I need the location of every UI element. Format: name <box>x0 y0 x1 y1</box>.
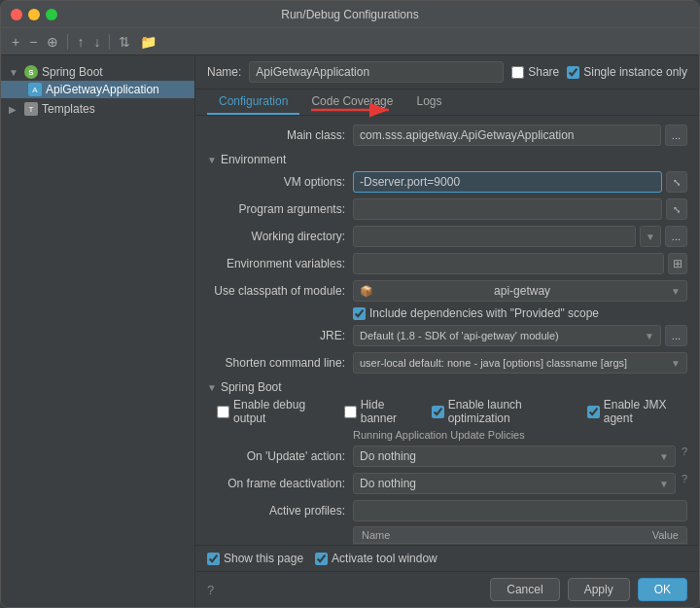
on-frame-help-icon[interactable]: ? <box>682 473 687 494</box>
toolbar-separator-2 <box>109 34 110 50</box>
sidebar-item-spring-boot[interactable]: ▼ S Spring Boot <box>1 63 194 81</box>
environment-section-header[interactable]: ▼ Environment <box>207 153 687 166</box>
spring-boot-expand-icon: ▼ <box>207 382 217 393</box>
tab-logs[interactable]: Logs <box>404 89 453 115</box>
help-button[interactable]: ? <box>207 583 214 597</box>
folder-button[interactable]: 📁 <box>137 32 159 52</box>
working-dir-dropdown[interactable]: ▼ <box>640 226 661 247</box>
jre-label: JRE: <box>207 329 353 342</box>
include-deps-label: Include dependencies with "Provided" sco… <box>369 306 599 320</box>
minimize-button[interactable] <box>28 9 40 20</box>
maximize-button[interactable] <box>46 9 57 20</box>
enable-launch-label[interactable]: Enable launch optimization <box>432 398 572 425</box>
sort-button[interactable]: ⇅ <box>116 32 133 52</box>
vm-options-input-wrap: ⤡ <box>353 171 687 193</box>
name-col: Name <box>362 529 520 541</box>
shorten-cmd-dropdown[interactable]: user-local default: none - java [options… <box>353 352 687 374</box>
use-classpath-label: Use classpath of module: <box>207 284 353 298</box>
vm-options-expand-btn[interactable]: ⤡ <box>666 171 687 193</box>
main-class-input[interactable] <box>353 125 661 146</box>
hide-banner-checkbox[interactable] <box>344 406 357 418</box>
program-args-input[interactable] <box>353 198 662 220</box>
main-class-label: Main class: <box>207 128 353 142</box>
show-page-checkbox[interactable] <box>207 553 220 565</box>
spring-boot-group: ▼ S Spring Boot A ApiGetwayApplication <box>1 61 194 100</box>
on-update-arrow: ▼ <box>659 451 669 462</box>
include-deps-row: Include dependencies with "Provided" sco… <box>353 306 687 320</box>
single-instance-checkbox[interactable] <box>567 66 579 79</box>
shorten-cmd-dropdown-wrap: user-local default: none - java [options… <box>353 352 687 374</box>
working-dir-input[interactable] <box>353 226 636 247</box>
on-update-help-icon[interactable]: ? <box>682 446 687 467</box>
activate-tool-label: Activate tool window <box>332 552 438 565</box>
remove-config-button[interactable]: − <box>26 32 40 52</box>
working-dir-label: Working directory: <box>207 230 353 243</box>
apply-button[interactable]: Apply <box>568 578 630 601</box>
sidebar-item-app[interactable]: A ApiGetwayApplication <box>1 81 194 98</box>
vm-options-input[interactable] <box>353 171 662 193</box>
enable-jmx-checkbox[interactable] <box>587 406 600 418</box>
config-panel: Main class: ... ▼ Environment VM options… <box>195 116 699 545</box>
working-dir-browse-btn[interactable]: ... <box>665 226 687 247</box>
enable-debug-text: Enable debug output <box>233 398 329 425</box>
main-class-browse-btn[interactable]: ... <box>665 125 687 146</box>
sidebar-templates-label: Templates <box>42 102 95 116</box>
close-button[interactable] <box>11 9 22 20</box>
program-args-expand-btn[interactable]: ⤡ <box>666 198 687 220</box>
vm-options-label: VM options: <box>207 175 353 189</box>
classpath-module-icon: 📦 <box>360 285 373 298</box>
sidebar-app-label: ApiGetwayApplication <box>46 83 159 96</box>
active-profiles-label: Active profiles: <box>207 504 353 518</box>
on-frame-dropdown[interactable]: Do nothing ▼ <box>353 473 676 494</box>
enable-debug-checkbox[interactable] <box>217 406 229 418</box>
name-input[interactable] <box>249 61 504 83</box>
copy-config-button[interactable]: ⊕ <box>44 32 61 52</box>
move-up-button[interactable]: ↑ <box>74 32 87 52</box>
add-config-button[interactable]: + <box>9 32 22 52</box>
enable-launch-checkbox[interactable] <box>432 406 444 418</box>
env-vars-input-wrap: ⊞ <box>353 253 687 274</box>
jre-arrow: ▼ <box>645 331 654 341</box>
tab-code-coverage[interactable]: Code Coverage <box>299 89 404 115</box>
active-profiles-row: Active profiles: <box>207 499 687 522</box>
env-vars-browse-btn[interactable]: ⊞ <box>668 253 687 274</box>
enable-debug-label[interactable]: Enable debug output <box>217 398 329 425</box>
ok-button[interactable]: OK <box>638 578 687 601</box>
cancel-button[interactable]: Cancel <box>490 578 559 601</box>
on-update-label: On 'Update' action: <box>207 449 353 463</box>
move-down-button[interactable]: ↓ <box>90 32 103 52</box>
hide-banner-label[interactable]: Hide banner <box>344 398 416 425</box>
spring-boot-section-header[interactable]: ▼ Spring Boot <box>207 380 687 394</box>
show-page-label: Show this page <box>224 552 303 565</box>
name-bar: Name: Share Single instance only <box>195 55 699 89</box>
include-deps-checkbox[interactable] <box>353 307 366 320</box>
vm-options-row: VM options: ⤡ <box>207 170 687 194</box>
active-profiles-input[interactable] <box>353 500 687 521</box>
tab-configuration[interactable]: Configuration <box>207 89 299 115</box>
enable-jmx-label[interactable]: Enable JMX agent <box>587 398 687 425</box>
share-checkbox[interactable] <box>511 66 524 79</box>
activate-tool-checkbox[interactable] <box>315 553 328 565</box>
shorten-cmd-value: user-local default: none - java [options… <box>360 357 627 369</box>
jre-dropdown-wrap: Default (1.8 - SDK of 'api-getway' modul… <box>353 325 687 346</box>
classpath-dropdown[interactable]: 📦 api-getway ▼ <box>353 280 687 302</box>
share-checkbox-label[interactable]: Share <box>511 65 559 79</box>
jre-dropdown[interactable]: Default (1.8 - SDK of 'api-getway' modul… <box>353 325 661 346</box>
on-update-dropdown[interactable]: Do nothing ▼ <box>353 446 676 467</box>
parameters-table: Name Value No parameters added. <box>353 526 687 545</box>
env-vars-label: Environment variables: <box>207 257 353 270</box>
single-instance-label[interactable]: Single instance only <box>567 65 687 79</box>
tabs: Configuration Code Coverage Logs <box>195 89 699 116</box>
value-col: Value <box>520 529 679 541</box>
spring-boot-options-row: Enable debug output Hide banner Enable l… <box>217 398 687 425</box>
classpath-value: api-getway <box>494 284 550 298</box>
main-class-row: Main class: ... <box>207 124 687 147</box>
on-update-value: Do nothing <box>360 449 416 463</box>
jre-browse-btn[interactable]: ... <box>665 325 687 346</box>
classpath-arrow: ▼ <box>671 286 681 297</box>
use-classpath-row: Use classpath of module: 📦 api-getway ▼ <box>207 279 687 303</box>
title-bar: Run/Debug Configurations <box>1 1 699 28</box>
env-vars-input[interactable] <box>353 253 664 274</box>
on-frame-row: On frame deactivation: Do nothing ▼ ? <box>207 472 687 495</box>
sidebar-item-templates[interactable]: ▶ T Templates <box>1 100 194 118</box>
